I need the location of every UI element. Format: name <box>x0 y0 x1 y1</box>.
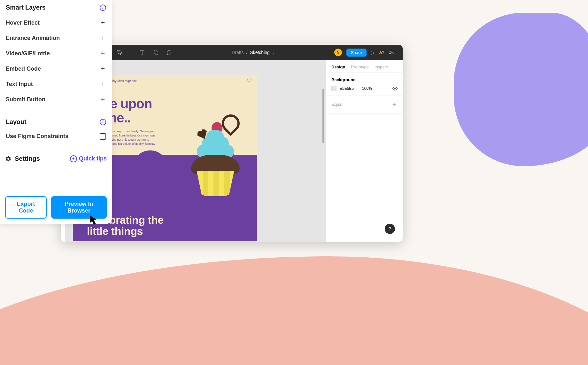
figma-constraints-checkbox[interactable] <box>100 133 106 140</box>
cart-icon[interactable]: 0 <box>247 79 252 84</box>
plus-icon[interactable]: + <box>100 65 106 73</box>
figma-inspector-panel: Design Prototype Inspect Background E5E5… <box>326 60 403 242</box>
play-icon[interactable]: ▷ <box>371 50 375 56</box>
plus-icon[interactable]: + <box>100 95 106 104</box>
layer-text-input[interactable]: Text Input + <box>6 76 106 92</box>
tab-design[interactable]: Design <box>331 65 345 69</box>
nav-why[interactable]: Why Miss cupcake <box>110 79 136 83</box>
plugin-left-panel: Smart Layers i Hover Effect + Entrance A… <box>0 0 112 224</box>
layer-hover-effect[interactable]: Hover Effect + <box>6 15 106 30</box>
svg-point-2 <box>394 88 396 89</box>
text-tool-icon[interactable] <box>139 49 146 56</box>
layer-submit-button[interactable]: Submit Button + <box>6 92 106 107</box>
background-purple-blob <box>454 13 588 166</box>
export-section-label: Export <box>331 102 343 107</box>
background-opacity-value[interactable]: 100% <box>362 86 389 91</box>
pen-tool-icon[interactable] <box>116 49 123 56</box>
background-pink-blob <box>0 256 588 365</box>
breadcrumb[interactable]: Drafts / Sketching ⌄ <box>174 50 332 55</box>
info-icon[interactable]: i <box>100 4 106 11</box>
figma-app-window: ⌄ Drafts / Sketching ⌄ N Share ▷ A? 2% ⌄ <box>61 45 403 242</box>
background-color-swatch[interactable] <box>331 86 337 91</box>
cupcake-illustration <box>183 113 247 196</box>
chevron-down-icon: ⌄ <box>396 51 398 54</box>
plus-icon[interactable]: + <box>100 19 106 27</box>
svg-point-0 <box>248 82 248 82</box>
layer-entrance-animation[interactable]: Entrance Animation + <box>6 30 106 46</box>
zoom-control[interactable]: 2% ⌄ <box>389 50 398 55</box>
smart-layers-title: Smart Layers <box>6 4 45 11</box>
canvas-scrollbar[interactable] <box>322 89 324 143</box>
tab-prototype[interactable]: Prototype <box>351 65 369 69</box>
comment-tool-icon[interactable] <box>166 49 173 56</box>
plus-icon[interactable]: + <box>391 100 398 109</box>
plus-icon[interactable]: + <box>100 49 106 58</box>
background-section-label: Background <box>331 77 398 82</box>
divider <box>0 113 112 113</box>
settings-button[interactable]: Settings <box>5 155 40 162</box>
gear-icon <box>5 156 12 162</box>
visibility-icon[interactable] <box>392 86 398 91</box>
lightbulb-icon: ✦ <box>70 155 77 162</box>
quick-tips-button[interactable]: ✦ Quick tips <box>70 155 107 162</box>
info-icon[interactable]: i <box>100 119 106 125</box>
layout-title: Layout <box>6 118 26 126</box>
background-color-value[interactable]: E5E5E5 <box>340 86 359 91</box>
plus-icon[interactable]: + <box>100 80 106 88</box>
plus-icon[interactable]: + <box>100 34 106 42</box>
help-button[interactable]: ? <box>385 224 395 234</box>
layer-embed-code[interactable]: Embed Code + <box>6 61 106 76</box>
share-button[interactable]: Share <box>346 49 367 57</box>
tab-inspect[interactable]: Inspect <box>375 65 388 69</box>
divider <box>0 149 112 149</box>
cursor-icon <box>89 215 98 226</box>
layer-video-gif-lottie[interactable]: Video/GIF/Lottie + <box>6 46 106 61</box>
hand-tool-icon[interactable] <box>152 49 159 56</box>
missing-fonts-icon[interactable]: A? <box>379 50 384 55</box>
use-figma-constraints-row[interactable]: Use Figma Constraints <box>6 129 106 143</box>
chevron-down-icon[interactable]: ⌄ <box>272 50 275 55</box>
svg-point-1 <box>250 82 250 82</box>
user-avatar[interactable]: N <box>334 49 342 56</box>
export-code-button[interactable]: Export Code <box>5 196 47 219</box>
figma-toolbar: ⌄ Drafts / Sketching ⌄ N Share ▷ A? 2% ⌄ <box>61 45 403 60</box>
